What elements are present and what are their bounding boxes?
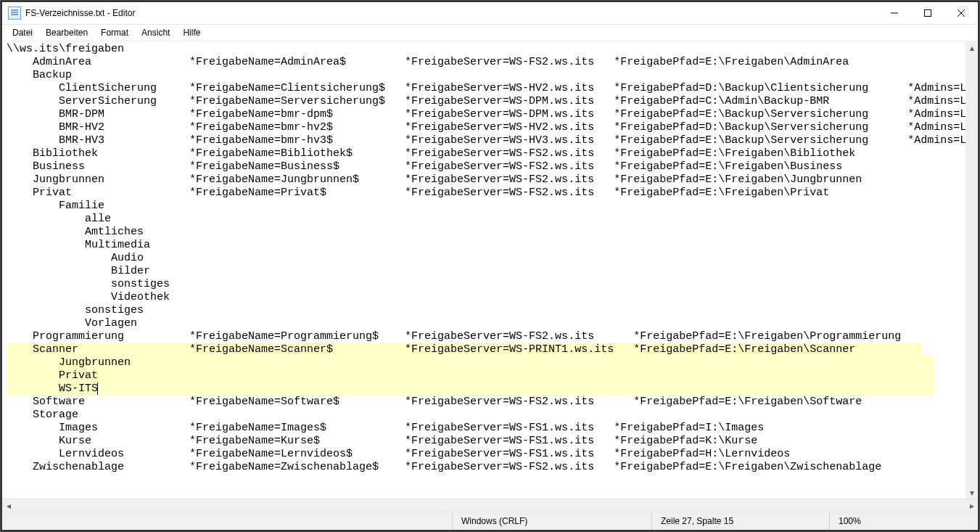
text-line[interactable]: Videothek [7,291,170,303]
scroll-right-icon[interactable]: ▸ [965,499,978,512]
menu-file[interactable]: Datei [7,26,38,39]
notepad-icon [8,7,21,20]
menu-format[interactable]: Format [95,26,134,39]
text-line[interactable]: Storage [7,409,78,421]
text-line[interactable]: Backup [7,69,72,81]
text-line[interactable]: Audio [7,252,144,264]
text-line[interactable]: Multimedia [7,239,150,251]
menubar: Datei Bearbeiten Format Ansicht Hilfe [2,25,978,41]
status-encoding: Windows (CRLF) [452,512,651,530]
text-line[interactable]: Business *FreigabeName=Business$ *Freiga… [7,160,842,173]
text-line-highlighted[interactable]: Privat [7,369,934,382]
text-content[interactable]: \\ws.its\freigaben AdminArea *FreigabeNa… [2,41,978,478]
vertical-scrollbar[interactable]: ▴ ▾ [965,41,978,499]
text-line-highlighted[interactable]: WS-ITS [7,382,934,396]
notepad-window: FS-Verzeichnisse.txt - Editor Datei Bear… [1,1,979,531]
text-line[interactable]: Amtliches [7,226,144,238]
statusbar: Windows (CRLF) Zeile 27, Spalte 15 100% [2,512,978,530]
text-line[interactable]: BMR-HV3 *FreigabeName=bmr-hv3$ *Freigabe… [7,134,978,147]
text-line[interactable]: sonstiges [7,304,144,316]
scroll-track[interactable] [15,499,965,512]
minimize-button[interactable] [878,2,911,24]
text-line[interactable]: Bibliothek *FreigabeName=Bibliothek$ *Fr… [7,147,855,160]
titlebar[interactable]: FS-Verzeichnisse.txt - Editor [2,2,978,25]
text-editor[interactable]: \\ws.its\freigaben AdminArea *FreigabeNa… [2,41,978,499]
text-line[interactable]: Zwischenablage *FreigabeName=Zwischenabl… [7,461,881,473]
text-line[interactable]: Familie [7,200,104,212]
text-line[interactable]: Privat *FreigabeName=Privat$ *FreigabeSe… [7,187,829,199]
close-button[interactable] [944,2,978,24]
maximize-button[interactable] [911,2,944,24]
text-line-highlighted[interactable]: Jungbrunnen [7,356,934,369]
text-line[interactable]: sonstiges [7,278,170,290]
text-line[interactable]: BMR-HV2 *FreigabeName=bmr-hv2$ *Freigabe… [7,121,978,134]
text-line[interactable]: AdminArea *FreigabeName=AdminArea$ *Frei… [7,56,849,68]
text-line[interactable]: Bilder [7,265,150,277]
text-line[interactable]: Images *FreigabeName=Images$ *FreigabeSe… [7,422,764,434]
text-line[interactable]: Lernvideos *FreigabeName=Lernvideos$ *Fr… [7,448,790,460]
text-line[interactable]: ServerSicherung *FreigabeName=Serversich… [7,95,978,107]
status-position: Zeile 27, Spalte 15 [651,512,829,530]
text-line[interactable]: BMR-DPM *FreigabeName=bmr-dpm$ *Freigabe… [7,108,978,120]
text-line[interactable]: Kurse *FreigabeName=Kurse$ *FreigabeServ… [7,435,757,447]
text-line[interactable]: Software *FreigabeName=Software$ *Freiga… [7,396,862,408]
window-title: FS-Verzeichnisse.txt - Editor [25,8,135,18]
scroll-down-icon[interactable]: ▾ [965,486,978,499]
menu-view[interactable]: Ansicht [136,26,176,39]
text-line-highlighted[interactable]: Scanner *FreigabeName=Scanner$ *Freigabe… [7,343,921,356]
scroll-up-icon[interactable]: ▴ [965,41,978,54]
text-line[interactable]: ClientSicherung *FreigabeName=Clientsich… [7,82,978,94]
text-line[interactable]: \\ws.its\freigaben [7,43,124,55]
text-line[interactable]: Vorlagen [7,317,137,330]
text-line[interactable]: Jungbrunnen *FreigabeName=Jungbrunnen$ *… [7,173,862,186]
text-line[interactable]: Programmierung *FreigabeName=Programmier… [7,330,901,343]
horizontal-scrollbar[interactable]: ◂ ▸ [2,499,978,512]
scroll-left-icon[interactable]: ◂ [2,499,15,512]
status-zoom: 100% [829,512,978,530]
text-line[interactable]: alle [7,213,111,225]
menu-edit[interactable]: Bearbeiten [40,26,94,39]
menu-help[interactable]: Hilfe [177,26,206,39]
svg-rect-0 [925,10,931,17]
